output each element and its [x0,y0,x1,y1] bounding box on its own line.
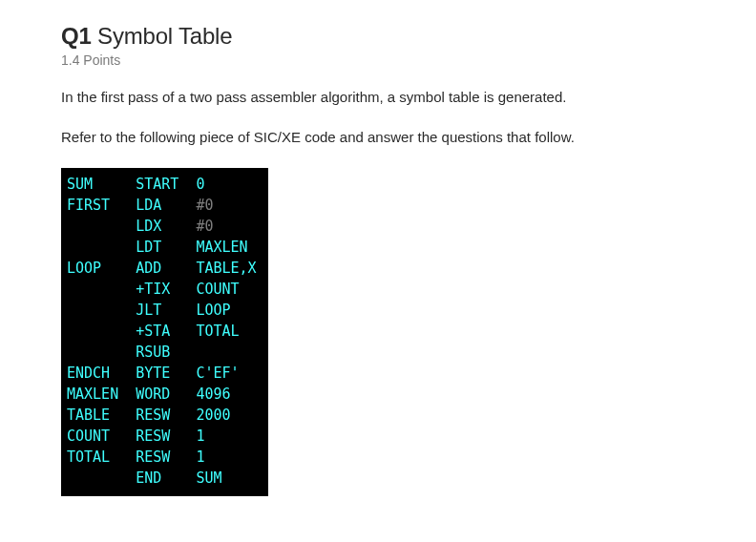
code-line: SUMSTART0 [67,174,257,195]
code-line: TOTALRESW1 [67,447,257,468]
code-opcode: +TIX [136,279,196,300]
code-label: ENDCH [67,363,136,384]
code-opcode: RESW [136,405,196,426]
question-container: Q1 Symbol Table 1.4 Points In the first … [0,0,756,527]
code-operand: 0 [196,174,204,195]
code-line: TABLERESW2000 [67,405,257,426]
code-operand: 4096 [196,384,230,405]
code-opcode: LDX [136,216,196,237]
question-number: Q1 [61,23,92,49]
code-label: COUNT [67,426,136,447]
question-points: 1.4 Points [61,52,695,68]
code-line: LOOPADDTABLE,X [67,258,257,279]
code-block: SUMSTART0FIRSTLDA#0LDX#0LDTMAXLENLOOPADD… [61,168,268,496]
code-line: ENDCHBYTEC'EF' [67,363,257,384]
code-label: FIRST [67,195,136,216]
code-operand: TABLE,X [196,258,256,279]
code-opcode: LDT [136,237,196,258]
code-line: RSUB [67,342,257,363]
code-label: TOTAL [67,447,136,468]
code-label: TABLE [67,405,136,426]
code-operand: LOOP [196,300,230,321]
code-opcode: RESW [136,447,196,468]
code-line: JLTLOOP [67,300,257,321]
code-opcode: RESW [136,426,196,447]
code-operand: SUM [196,468,221,489]
code-opcode: BYTE [136,363,196,384]
code-label: SUM [67,174,136,195]
code-operand: C'EF' [196,363,239,384]
code-label: MAXLEN [67,384,136,405]
question-paragraph-2: Refer to the following piece of SIC/XE c… [61,127,695,149]
code-line: MAXLENWORD4096 [67,384,257,405]
code-opcode: JLT [136,300,196,321]
code-opcode: RSUB [136,342,196,363]
code-operand: 1 [196,426,204,447]
code-line: COUNTRESW1 [67,426,257,447]
code-operand: MAXLEN [196,237,247,258]
code-operand: COUNT [196,279,239,300]
code-operand: 1 [196,447,204,468]
code-operand: TOTAL [196,321,239,342]
question-title-line: Q1 Symbol Table [61,23,695,51]
code-operand: #0 [196,216,213,237]
code-opcode: +STA [136,321,196,342]
question-paragraph-1: In the first pass of a two pass assemble… [61,87,695,109]
code-line: LDX#0 [67,216,257,237]
code-line: ENDSUM [67,468,257,489]
code-opcode: WORD [136,384,196,405]
code-line: +TIXCOUNT [67,279,257,300]
code-opcode: LDA [136,195,196,216]
code-opcode: END [136,468,196,489]
code-opcode: ADD [136,258,196,279]
code-line: LDTMAXLEN [67,237,257,258]
code-operand: #0 [196,195,213,216]
code-operand: 2000 [196,405,230,426]
question-title: Symbol Table [97,23,232,49]
code-opcode: START [136,174,196,195]
code-label: LOOP [67,258,136,279]
code-line: +STATOTAL [67,321,257,342]
code-line: FIRSTLDA#0 [67,195,257,216]
